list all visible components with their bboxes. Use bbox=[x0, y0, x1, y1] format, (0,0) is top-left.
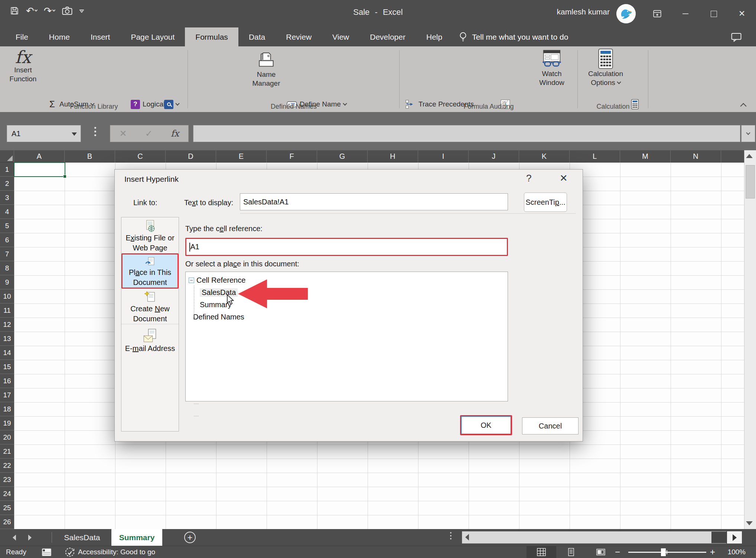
minimize-button[interactable]: ─ bbox=[671, 0, 700, 27]
sidebar-item-email-address[interactable]: E-mail Address bbox=[121, 324, 179, 355]
column-header[interactable]: N bbox=[671, 150, 721, 163]
watch-window-button[interactable]: Watch Window bbox=[530, 49, 573, 87]
column-header[interactable]: M bbox=[620, 150, 671, 163]
collapse-expander-icon[interactable] bbox=[189, 278, 194, 283]
zoom-slider-thumb[interactable] bbox=[661, 548, 666, 556]
name-box[interactable]: A1 bbox=[7, 125, 81, 142]
new-sheet-button[interactable]: + bbox=[184, 532, 196, 543]
tab-bar-options-icon[interactable] bbox=[450, 532, 452, 539]
column-headers[interactable]: ABCDEFGHIJKLMN bbox=[14, 150, 744, 163]
sidebar-item-existing-file[interactable]: Existing File or Web Page bbox=[121, 217, 179, 253]
status-accessibility[interactable]: Accessibility: Good to go bbox=[78, 548, 155, 556]
column-header[interactable]: I bbox=[418, 150, 469, 163]
scroll-left-icon[interactable] bbox=[465, 534, 469, 541]
formula-bar-resize-handle[interactable] bbox=[94, 127, 96, 136]
column-header[interactable]: B bbox=[65, 150, 115, 163]
cell-reference-input[interactable]: A1 bbox=[185, 238, 508, 256]
row-header[interactable]: 23 bbox=[0, 473, 14, 487]
fill-handle[interactable] bbox=[63, 175, 66, 178]
row-header[interactable]: 13 bbox=[0, 332, 14, 346]
view-normal-button[interactable] bbox=[527, 546, 556, 558]
row-header[interactable]: 24 bbox=[0, 487, 14, 501]
selected-cell-a1[interactable] bbox=[14, 162, 65, 177]
column-header[interactable]: L bbox=[570, 150, 620, 163]
tab-view[interactable]: View bbox=[322, 27, 359, 46]
zoom-out-button[interactable]: − bbox=[615, 547, 620, 557]
ribbon-display-options-button[interactable] bbox=[643, 0, 671, 27]
column-header[interactable]: C bbox=[115, 150, 166, 163]
vertical-scrollbar[interactable] bbox=[744, 150, 756, 529]
row-header[interactable]: 9 bbox=[0, 275, 14, 289]
horizontal-scroll-thumb[interactable] bbox=[711, 532, 727, 543]
row-header[interactable]: 14 bbox=[0, 346, 14, 360]
tab-data[interactable]: Data bbox=[238, 27, 276, 46]
name-box-dropdown-icon[interactable] bbox=[72, 132, 77, 136]
row-header[interactable]: 2 bbox=[0, 177, 14, 191]
horizontal-scrollbar[interactable] bbox=[462, 531, 726, 544]
close-button[interactable]: ✕ bbox=[728, 0, 756, 27]
cancel-entry-icon[interactable]: ✕ bbox=[120, 128, 127, 139]
column-header[interactable]: K bbox=[519, 150, 570, 163]
row-header[interactable]: 15 bbox=[0, 360, 14, 374]
row-header[interactable]: 1 bbox=[0, 163, 14, 177]
column-header[interactable]: G bbox=[317, 150, 368, 163]
sheet-tab-salesdata[interactable]: SalesData bbox=[56, 529, 108, 546]
tab-review[interactable]: Review bbox=[276, 27, 322, 46]
vertical-scroll-thumb[interactable] bbox=[746, 165, 755, 198]
zoom-level[interactable]: 100% bbox=[723, 548, 746, 556]
row-header[interactable]: 11 bbox=[0, 303, 14, 318]
row-header[interactable]: 21 bbox=[0, 444, 14, 459]
tab-home[interactable]: Home bbox=[39, 27, 80, 46]
row-headers[interactable]: 1234567891011121314151617181920212223242… bbox=[0, 163, 14, 529]
dialog-help-icon[interactable]: ? bbox=[526, 173, 531, 184]
zoom-in-button[interactable]: + bbox=[710, 547, 715, 557]
insert-function-button[interactable]: fx Insert Function bbox=[5, 49, 41, 83]
formula-bar-input[interactable] bbox=[193, 125, 740, 142]
scroll-up-icon[interactable] bbox=[746, 154, 753, 158]
row-header[interactable]: 8 bbox=[0, 261, 14, 275]
column-header[interactable]: H bbox=[368, 150, 418, 163]
tab-help[interactable]: Help bbox=[416, 27, 453, 46]
row-header[interactable]: 5 bbox=[0, 219, 14, 233]
previous-sheet-icon[interactable] bbox=[13, 535, 16, 541]
calculation-options-button[interactable]: Calculation Options bbox=[583, 49, 628, 87]
column-header[interactable]: D bbox=[166, 150, 216, 163]
accessibility-checker-icon[interactable] bbox=[65, 547, 75, 558]
comments-button[interactable] bbox=[731, 32, 742, 44]
tab-page-layout[interactable]: Page Layout bbox=[120, 27, 185, 46]
macro-record-icon[interactable] bbox=[42, 548, 52, 558]
scroll-down-icon[interactable] bbox=[746, 521, 753, 525]
dialog-close-icon[interactable]: ✕ bbox=[560, 173, 568, 184]
column-header[interactable]: E bbox=[216, 150, 267, 163]
row-header[interactable]: 26 bbox=[0, 515, 14, 529]
row-header[interactable]: 20 bbox=[0, 430, 14, 444]
row-header[interactable]: 17 bbox=[0, 388, 14, 402]
row-header[interactable]: 7 bbox=[0, 247, 14, 261]
row-header[interactable]: 16 bbox=[0, 374, 14, 388]
screentip-button[interactable]: ScreenTip... bbox=[524, 193, 567, 212]
column-header[interactable]: J bbox=[469, 150, 519, 163]
row-header[interactable]: 6 bbox=[0, 233, 14, 247]
collapse-ribbon-icon[interactable] bbox=[740, 103, 747, 109]
row-header[interactable]: 10 bbox=[0, 289, 14, 303]
zoom-slider-track[interactable] bbox=[628, 552, 706, 553]
confirm-entry-icon[interactable]: ✓ bbox=[145, 128, 153, 139]
ok-button[interactable]: OK bbox=[460, 415, 512, 435]
row-header[interactable]: 4 bbox=[0, 205, 14, 219]
account-name[interactable]: kamlesh kumar bbox=[543, 7, 610, 16]
view-page-layout-button[interactable] bbox=[556, 546, 586, 558]
tab-insert[interactable]: Insert bbox=[80, 27, 121, 46]
next-sheet-icon[interactable] bbox=[28, 535, 32, 541]
cancel-button[interactable]: Cancel bbox=[522, 417, 579, 434]
avatar[interactable] bbox=[616, 4, 636, 23]
tab-formulas[interactable]: Formulas bbox=[185, 27, 238, 46]
name-manager-button[interactable]: Name Manager bbox=[246, 49, 287, 88]
row-header[interactable]: 22 bbox=[0, 459, 14, 473]
column-header[interactable]: F bbox=[267, 150, 317, 163]
text-to-display-input[interactable]: SalesData!A1 bbox=[240, 193, 508, 210]
scroll-right-button[interactable] bbox=[727, 531, 742, 544]
tab-file[interactable]: File bbox=[5, 27, 39, 46]
tree-item-defined-names[interactable]: Defined Names bbox=[186, 311, 508, 323]
expand-formula-bar-button[interactable] bbox=[741, 125, 755, 142]
row-header[interactable]: 19 bbox=[0, 416, 14, 430]
